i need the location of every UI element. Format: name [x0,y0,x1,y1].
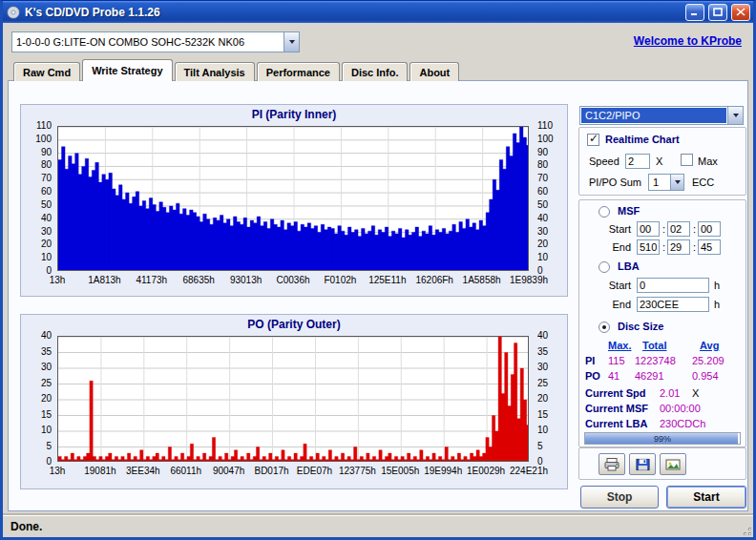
x-tick-label: 1E0029h [467,466,505,476]
y-tick-label: 50 [41,200,52,210]
close-button[interactable] [731,4,750,21]
y-tick-label: 10 [41,253,52,262]
stats-po-max: 41 [608,370,620,382]
speed-input[interactable] [625,154,650,169]
maximize-button[interactable] [708,4,727,21]
y-tick-label: 110 [36,121,52,131]
print-button[interactable] [598,453,625,475]
pipo-sum-select[interactable]: 1 [648,174,684,191]
x-tick-label: 90047h [213,466,244,476]
progress-bar: 99% [584,432,741,445]
msf-separator: : [693,241,696,253]
y-tick-label: 100 [35,135,52,144]
drive-select-dropdown-button[interactable] [284,32,299,52]
y-tick-label: 20 [537,394,548,404]
max-speed-checkbox[interactable] [681,154,693,166]
lba-end-input[interactable] [637,297,709,312]
tab-label: Raw Cmd [23,67,71,78]
po-plot [57,336,529,462]
lba-start-input[interactable] [637,278,709,293]
y-tick-label: 20 [41,394,52,404]
msf-end-min-input[interactable] [637,239,660,255]
tab-label: Performance [266,67,330,78]
x-tick-label: 125E11h [368,275,406,285]
x-tick-label: 19E994h [424,466,462,476]
po-chart: PO (Parity Outer) 0510152025303540 05101… [20,314,568,489]
y-tick-label: 100 [537,135,554,144]
app-icon [6,5,21,20]
y-tick-label: 10 [41,426,52,435]
msf-start-min-input[interactable] [637,221,660,237]
lba-radio[interactable] [598,261,610,273]
x-tick-label: 41173h [136,275,167,285]
minimize-icon [690,8,700,16]
tools-group [578,447,746,480]
stats-pi-avg: 25.209 [692,355,724,366]
msf-start-sec-input[interactable] [667,221,690,237]
tab-performance[interactable]: Performance [257,62,340,81]
tab-about[interactable]: About [410,62,459,81]
tab-disc-info[interactable]: Disc Info. [342,62,409,81]
maximize-icon [713,8,723,16]
drive-select[interactable]: 1-0-0-0 G:LITE-ON COMBO SOHC-5232K NK06 [11,31,300,52]
msf-end-frame-input[interactable] [698,239,721,255]
po-x-axis: 13h19081h3EE34h66011h90047hBD017hEDE07h1… [57,466,529,477]
x-tick-label: EDE07h [297,466,332,476]
pi-y-axis-right: 0102030405060708090100110 [535,105,565,296]
disc-size-radio[interactable] [598,322,610,333]
stats-header-max: Max. [608,340,631,351]
content-panel: PI (Parity Inner) 0102030405060708090100… [8,80,748,511]
x-tick-label: BD017h [254,466,288,476]
po-chart-title: PO (Parity Outer) [21,318,567,331]
y-tick-label: 60 [537,187,548,197]
y-tick-label: 70 [41,174,52,183]
x-tick-label: F0102h [324,275,356,285]
pi-chart: PI (Parity Inner) 0102030405060708090100… [20,104,568,297]
y-tick-label: 25 [537,379,548,388]
save-button[interactable] [629,453,656,475]
minimize-button[interactable] [685,4,704,21]
pipo-sum-dropdown-button[interactable] [670,175,683,190]
kprobe-welcome-link[interactable]: Welcome to KProbe [634,34,742,48]
mode-select-dropdown-button[interactable] [727,107,743,124]
current-lba-label: Current LBA [585,418,647,429]
pi-y-axis-left: 0102030405060708090100110 [23,105,53,296]
pi-chart-title: PI (Parity Inner) [21,108,567,121]
mode-select[interactable]: C1C2/PIPO [579,106,744,125]
lba-end-unit: h [714,299,720,310]
y-tick-label: 5 [537,442,543,451]
save-image-button[interactable] [660,453,686,475]
range-group: MSF Start : : End : : LBA Start h End h … [578,199,746,447]
y-tick-label: 25 [41,379,52,388]
chevron-down-icon [675,180,681,184]
msf-end-sec-input[interactable] [667,239,690,255]
window-title: K's CD/DVD Probe 1.1.26 [25,6,682,19]
tab-raw-cmd[interactable]: Raw Cmd [13,62,80,81]
tab-label: About [419,67,450,78]
y-tick-label: 15 [41,410,52,420]
save-icon [636,458,650,471]
y-tick-label: 30 [41,363,52,372]
po-y-axis-right: 0510152025303540 [535,315,565,488]
toolbar: 1-0-0-0 G:LITE-ON COMBO SOHC-5232K NK06 … [3,23,753,58]
msf-start-frame-input[interactable] [698,221,721,237]
msf-radio[interactable] [598,206,610,218]
start-button[interactable]: Start [666,486,746,509]
x-tick-label: 16206Fh [415,275,452,285]
stop-button[interactable]: Stop [580,486,659,509]
y-tick-label: 5 [46,442,52,451]
lba-radio-label: LBA [618,260,640,272]
x-tick-label: 13h [50,466,66,476]
realtime-chart-checkbox[interactable] [587,134,599,146]
chevron-down-icon [733,114,739,117]
tab-tilt-analysis[interactable]: Tilt Analysis [175,62,255,81]
x-tick-label: 224E21h [510,466,548,476]
y-tick-label: 90 [41,148,52,157]
y-tick-label: 40 [537,331,548,341]
po-y-axis-left: 0510152025303540 [23,315,53,488]
status-text: Done. [10,520,42,533]
current-spd-label: Current Spd [585,387,646,399]
speed-label: Speed [589,156,620,167]
resize-grip-icon[interactable] [740,524,752,536]
tab-write-strategy[interactable]: Write Strategy [82,59,172,81]
